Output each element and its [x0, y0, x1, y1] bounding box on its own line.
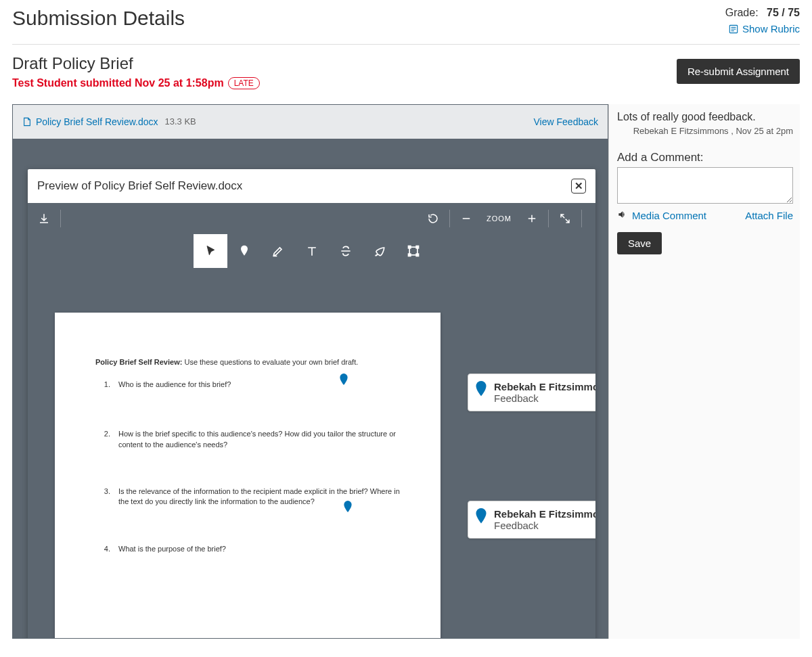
annotation-pin[interactable]: [339, 373, 348, 388]
preview-title: Preview of Policy Brief Self Review.docx: [37, 179, 242, 193]
attach-file-link[interactable]: Attach File: [745, 210, 793, 221]
grade-label: Grade:: [725, 7, 759, 18]
media-comment-link[interactable]: Media Comment: [632, 210, 706, 221]
page-title: Submission Details: [12, 7, 185, 30]
text-tool[interactable]: [295, 234, 329, 268]
file-size: 13.3 KB: [165, 116, 196, 127]
expand-icon: [559, 212, 571, 225]
area-tool[interactable]: [397, 234, 430, 268]
pin-icon: [238, 244, 251, 258]
doc-heading-rest: Use these questions to evaluate your own…: [182, 358, 358, 366]
svg-rect-5: [408, 246, 410, 248]
zoom-in-button[interactable]: [516, 203, 548, 234]
submitted-text: Test Student submitted Nov 25 at 1:58pm: [12, 77, 224, 89]
close-preview-button[interactable]: ✕: [571, 179, 586, 194]
view-feedback-link[interactable]: View Feedback: [534, 116, 598, 127]
minus-icon: [460, 212, 472, 225]
speaker-icon: [617, 210, 627, 221]
file-name-link[interactable]: Policy Brief Self Review.docx: [36, 116, 158, 127]
q-text: What is the purpose of the brief?: [118, 544, 400, 554]
annotation-author: Rebekah E Fitzsimmons: [494, 381, 595, 392]
pin-icon: [475, 508, 487, 531]
zoom-out-button[interactable]: [450, 203, 482, 234]
grade-value: 75 / 75: [767, 7, 800, 18]
document-icon: [22, 117, 32, 127]
plus-icon: [526, 212, 538, 225]
annotation-toolbar: [28, 234, 595, 268]
q-text: Is the relevance of the information to t…: [118, 486, 400, 507]
annotation-pin[interactable]: [343, 501, 353, 515]
download-button[interactable]: [28, 203, 60, 234]
svg-rect-8: [416, 254, 418, 256]
cursor-icon: [204, 244, 217, 258]
q-num: 1.: [95, 380, 110, 390]
annotation-text: Feedback: [494, 392, 595, 404]
divider: [12, 44, 800, 45]
q-num: 3.: [95, 486, 110, 507]
annotation-card[interactable]: Rebekah E Fitzsimmons Feedback: [468, 501, 595, 539]
annotation-author: Rebekah E Fitzsimmons: [494, 508, 595, 520]
late-badge: LATE: [228, 77, 260, 89]
text-icon: [305, 244, 319, 258]
viewer-toolbar-primary: ZOOM: [28, 203, 595, 234]
rotate-icon: [427, 212, 439, 225]
download-icon: [38, 212, 50, 225]
close-icon: ✕: [574, 180, 583, 192]
comment-meta: Rebekah E Fitzsimmons , Nov 25 at 2pm: [617, 126, 793, 136]
document-page[interactable]: Policy Brief Self Review: Use these ques…: [55, 313, 441, 639]
assignment-title: Draft Policy Brief: [12, 54, 260, 73]
zoom-label: ZOOM: [482, 214, 516, 223]
q-num: 2.: [95, 429, 110, 450]
fullscreen-button[interactable]: [549, 203, 581, 234]
strikethrough-tool[interactable]: [329, 234, 363, 268]
doc-heading-bold: Policy Brief Self Review:: [95, 358, 182, 366]
rubric-icon: [729, 24, 738, 34]
comment-text: Lots of really good feedback.: [617, 111, 793, 123]
annotation-text: Feedback: [494, 520, 595, 531]
comments-sidebar: Lots of really good feedback. Rebekah E …: [608, 104, 800, 639]
comment-textarea[interactable]: [617, 167, 793, 204]
svg-rect-7: [408, 254, 410, 256]
highlighter-icon: [271, 244, 285, 258]
pin-icon: [475, 381, 487, 404]
rotate-button[interactable]: [417, 203, 449, 234]
strikethrough-icon: [339, 244, 353, 258]
q-num: 4.: [95, 544, 110, 554]
resubmit-button[interactable]: Re-submit Assignment: [677, 59, 800, 84]
show-rubric-link[interactable]: Show Rubric: [729, 23, 800, 35]
select-tool[interactable]: [194, 234, 227, 268]
q-text: How is the brief specific to this audien…: [118, 429, 400, 450]
add-comment-label: Add a Comment:: [617, 151, 793, 164]
highlight-tool[interactable]: [261, 234, 295, 268]
brush-icon: [373, 244, 386, 258]
annotation-card[interactable]: Rebekah E Fitzsimmons Feedback: [468, 373, 595, 411]
save-button[interactable]: Save: [617, 232, 662, 254]
area-icon: [407, 244, 420, 258]
draw-tool[interactable]: [363, 234, 397, 268]
q-text: Who is the audience for this brief?: [118, 380, 400, 390]
svg-rect-6: [416, 246, 418, 248]
show-rubric-label: Show Rubric: [742, 23, 800, 35]
point-annotation-tool[interactable]: [227, 234, 261, 268]
